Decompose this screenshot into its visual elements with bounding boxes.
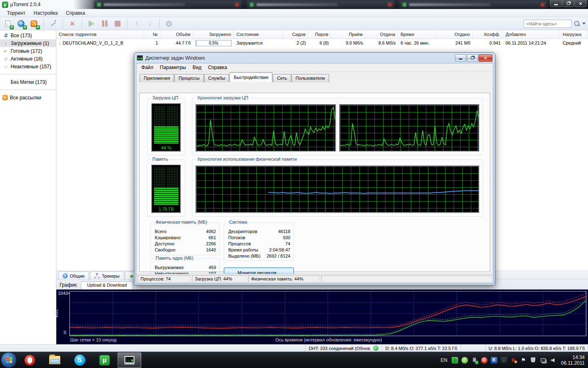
task-manager-tabs: Приложения Процессы Службы Быстродействи… xyxy=(136,72,493,82)
tray-antivirus-icon[interactable]: K xyxy=(510,357,517,364)
close-button[interactable]: ✕ xyxy=(479,54,492,62)
tray-volume-icon[interactable] xyxy=(550,357,556,364)
utorrent-statusbar: DHT: 333 соединений (Обнов. ✓ D: 8.4 Мб/… xyxy=(0,344,588,352)
memory-status: Физическая память: 44% xyxy=(248,275,320,282)
menu-settings[interactable]: Настройка xyxy=(30,9,61,17)
tray-action-center-icon[interactable]: ⚑ xyxy=(520,357,527,364)
start-button[interactable] xyxy=(86,19,97,29)
col-seeds[interactable]: Сидов xyxy=(283,30,308,38)
language-indicator[interactable]: EN xyxy=(441,357,448,363)
sidebar-item-active[interactable]: ↓↑ Активные (16) xyxy=(0,55,56,63)
search-icon[interactable] xyxy=(573,20,581,27)
menu-file[interactable]: Файл xyxy=(138,64,157,71)
add-url-button[interactable]: + xyxy=(16,19,26,29)
tab-trackers[interactable]: Трекеры xyxy=(90,272,124,280)
tray-network-icon[interactable] xyxy=(540,357,546,364)
minimize-button[interactable] xyxy=(550,0,562,7)
col-load[interactable]: Нагрузка xyxy=(560,30,588,38)
menu-options[interactable]: Параметры xyxy=(157,64,189,71)
col-down-speed[interactable]: Приём xyxy=(331,30,365,38)
taskbar: S µ EN ✓ O B ♪ K ⚑ 14:34 06.11.2011 xyxy=(0,352,588,368)
tray-bluetooth-icon[interactable]: B xyxy=(491,357,497,364)
utorrent-menubar: Торрент Настройка Справка xyxy=(0,9,588,17)
col-added[interactable]: Добавлен xyxy=(503,30,560,38)
tray-media-player-icon[interactable]: ♪ xyxy=(501,357,507,364)
tracker-icon xyxy=(94,273,100,278)
col-peers[interactable]: Пиров xyxy=(308,30,331,38)
memory-history-graph xyxy=(196,166,479,213)
sidebar-item-all[interactable]: ⇵ Все (173) xyxy=(0,31,56,39)
menu-torrent[interactable]: Торрент xyxy=(3,9,29,17)
taskbar-explorer-button[interactable] xyxy=(43,352,67,368)
preferences-button[interactable]: ⚙ xyxy=(164,19,174,29)
background-tab xyxy=(94,0,242,9)
pause-button[interactable] xyxy=(99,19,110,29)
start-button[interactable] xyxy=(1,352,17,368)
tab-processes[interactable]: Процессы xyxy=(174,74,203,82)
col-status[interactable]: Состояние xyxy=(234,30,283,38)
col-done[interactable]: Загружено xyxy=(193,30,234,38)
col-size[interactable]: Объём xyxy=(160,30,193,38)
tray-opera-icon[interactable]: O xyxy=(481,357,488,364)
menu-help[interactable]: Справка xyxy=(62,9,89,17)
cpu-history-graph-2 xyxy=(339,104,480,152)
add-torrent-button[interactable]: ↓+ xyxy=(2,19,13,29)
info-icon: i xyxy=(62,273,68,278)
sidebar-divider xyxy=(0,74,56,74)
torrent-row[interactable]: ↓DEUTSCHLAND_V_O_1_2_B 1 44.7 Гб 0.5% За… xyxy=(56,39,588,47)
taskbar-task-manager-button[interactable] xyxy=(118,352,141,368)
system-group: Система Дескрипторов46118 Потоков930 Про… xyxy=(224,222,294,261)
tab-networking[interactable]: Сеть xyxy=(273,74,291,82)
restore-button[interactable] xyxy=(562,0,574,7)
windows-logo-icon xyxy=(6,357,12,363)
upload-status: U: 8.8 Мб/s L: 1.0 кб/s O: 835.8 кб/s T:… xyxy=(486,345,588,352)
check-icon: ✓ xyxy=(2,48,9,54)
graph-label: График: xyxy=(60,282,78,288)
background-tab xyxy=(247,0,394,9)
tray-usb-icon[interactable] xyxy=(471,357,478,364)
search-input[interactable] xyxy=(523,20,572,28)
menu-help[interactable]: Справка xyxy=(205,64,230,71)
physical-memory-group: Физическая память (МБ) Всего4062 Кэширов… xyxy=(150,222,220,255)
tray-power-icon[interactable] xyxy=(530,357,537,364)
col-name[interactable]: Список торрентов xyxy=(56,30,144,38)
tray-utorrent-icon[interactable] xyxy=(452,357,458,364)
sidebar-item-all-feeds[interactable]: Все рассылки xyxy=(0,94,56,101)
col-up-speed[interactable]: Отдача xyxy=(365,30,398,38)
col-number[interactable]: № xyxy=(144,30,160,38)
background-window-tabs xyxy=(94,0,547,9)
sidebar-item-completed[interactable]: ✓ Готовые (172) xyxy=(0,47,56,55)
stop-button[interactable] xyxy=(112,19,123,29)
close-button[interactable]: × xyxy=(575,0,586,7)
taskbar-skype-button[interactable]: S xyxy=(68,352,91,368)
move-down-queue-button[interactable]: ↓ xyxy=(145,19,155,29)
upload-download-tab[interactable]: Upload & Download xyxy=(81,281,133,290)
add-rss-button[interactable]: + xyxy=(29,19,39,29)
create-torrent-button[interactable] xyxy=(48,19,58,29)
tab-services[interactable]: Службы xyxy=(204,74,229,82)
tab-general[interactable]: i Общие xyxy=(58,272,89,280)
taskbar-clock[interactable]: 14:34 06.11.2011 xyxy=(561,355,585,366)
cpu-load-status: Загрузка ЦП: 44% xyxy=(192,275,247,282)
tab-users[interactable]: Пользователи xyxy=(292,74,329,82)
sidebar-item-no-label[interactable]: Без Метки (173) xyxy=(0,78,56,86)
taskbar-utorrent-button[interactable]: µ xyxy=(93,352,116,368)
sidebar-item-inactive[interactable]: ↓↑ Неактивные (157) xyxy=(0,63,56,70)
menu-view[interactable]: Вид xyxy=(189,64,205,71)
task-manager-menubar: Файл Параметры Вид Справка xyxy=(136,63,493,72)
tray-skype-icon[interactable]: ✓ xyxy=(461,357,468,364)
col-eta[interactable]: Время xyxy=(398,30,437,38)
search-dropdown-caret[interactable] xyxy=(582,22,586,25)
tab-applications[interactable]: Приложения xyxy=(140,74,174,82)
remove-button[interactable]: × xyxy=(67,19,78,29)
taskbar-opera-button[interactable] xyxy=(18,352,42,368)
move-up-queue-button[interactable]: ↑ xyxy=(131,19,142,29)
minimize-button[interactable] xyxy=(455,54,466,62)
sidebar-item-downloading[interactable]: ↓ Загружаемые (1) xyxy=(0,39,56,47)
col-uploaded[interactable]: Отдано xyxy=(437,30,473,38)
restore-button[interactable] xyxy=(467,54,478,62)
opera-icon xyxy=(24,355,35,366)
col-ratio[interactable]: Коэфф. xyxy=(473,30,503,38)
utorrent-toolbar: ↓+ + + × ↑ ↓ ⚙ xyxy=(0,17,588,30)
tab-performance[interactable]: Быстродействие xyxy=(229,72,272,82)
